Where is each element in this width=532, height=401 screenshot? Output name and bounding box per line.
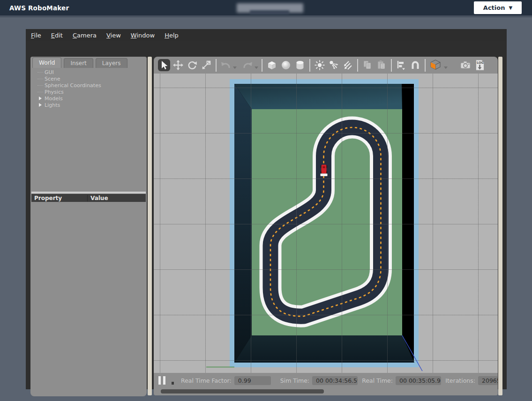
tree-item-label: Scene <box>45 76 60 82</box>
select-tool-button[interactable] <box>158 59 170 71</box>
hscrollbar-thumb[interactable] <box>161 389 324 394</box>
insert-spot-light-button[interactable] <box>328 59 340 71</box>
view-angle-dropdown[interactable] <box>444 67 448 69</box>
tab-layers[interactable]: Layers <box>96 58 127 68</box>
paste-button[interactable] <box>375 59 388 71</box>
insert-directional-light-button[interactable] <box>342 59 354 71</box>
tree-item-physics[interactable]: Physics <box>37 89 147 95</box>
undo-history-dropdown[interactable] <box>233 67 237 69</box>
snap-button[interactable] <box>409 59 421 71</box>
redo-arrow-icon <box>242 60 253 70</box>
step-button[interactable] <box>172 382 174 385</box>
panel-tabs: World Insert Layers <box>32 57 127 68</box>
redacted-text-2 <box>250 10 289 15</box>
redo-history-dropdown[interactable] <box>255 67 258 69</box>
real-time-label: Real Time: <box>362 377 393 384</box>
right-edge-splitter[interactable] <box>498 57 502 395</box>
undo-button[interactable] <box>220 59 232 71</box>
copy-button[interactable] <box>361 59 374 71</box>
app-title: AWS RoboMaker <box>9 4 69 12</box>
rotate-arrows-icon <box>187 60 197 70</box>
action-button-label: Action <box>483 4 505 11</box>
scale-arrows-icon <box>201 60 211 70</box>
tree-item-scene[interactable]: Scene <box>37 75 147 82</box>
tab-world[interactable]: World <box>32 57 61 68</box>
move-arrows-icon <box>173 60 183 70</box>
real-time-factor-label: Real Time Factor: <box>181 377 232 384</box>
action-button[interactable]: Action▼ <box>474 1 522 14</box>
tree-item-models[interactable]: Models <box>37 95 147 102</box>
redo-button[interactable] <box>241 59 254 71</box>
align-icon <box>396 60 406 70</box>
menu-camera[interactable]: Camera <box>72 31 97 40</box>
arena-west-wall <box>234 84 252 363</box>
render-view[interactable] <box>154 74 498 373</box>
menu-file[interactable]: File <box>30 31 42 40</box>
tree-item-lights[interactable]: Lights <box>37 102 147 108</box>
sphere-shape-icon <box>280 59 292 71</box>
value-column-header: Value <box>87 195 108 201</box>
insert-point-light-button[interactable] <box>314 59 326 71</box>
menu-edit[interactable]: Edit <box>50 31 64 40</box>
gazebo-window: File Edit Camera View Window Help World … <box>26 29 507 389</box>
tree-connector <box>37 79 43 79</box>
tree-item-spherical-coordinates[interactable]: Spherical Coordinates <box>37 82 147 89</box>
menu-window[interactable]: Window <box>130 31 156 40</box>
tree-item-gui[interactable]: GUI <box>37 69 147 75</box>
tree-item-label: GUI <box>45 69 54 75</box>
log-record-button[interactable]: LOG <box>474 59 486 71</box>
scale-tool-button[interactable] <box>200 59 212 71</box>
car-body <box>322 165 327 174</box>
menu-view[interactable]: View <box>105 31 122 40</box>
expand-arrow-icon[interactable] <box>39 103 42 107</box>
arena-south-wall <box>234 335 414 363</box>
toolbar-separator <box>391 59 392 72</box>
view-angle-button[interactable] <box>429 59 443 71</box>
real-time-value: 00 00:35:05.974 <box>396 376 441 385</box>
menu-help[interactable]: Help <box>164 31 180 40</box>
iterations-value: 20965 <box>478 376 498 385</box>
translate-tool-button[interactable] <box>172 59 184 71</box>
panel-viewport-splitter[interactable] <box>148 57 152 395</box>
chevron-down-icon: ▼ <box>509 5 512 10</box>
tab-insert[interactable]: Insert <box>64 58 93 68</box>
window-content: World Insert Layers GUI Scene Spherical … <box>26 41 507 389</box>
spot-light-icon <box>328 59 339 71</box>
align-button[interactable] <box>395 59 407 71</box>
point-light-icon <box>314 59 325 71</box>
tree-item-label: Spherical Coordinates <box>45 82 101 89</box>
rotate-tool-button[interactable] <box>186 59 198 71</box>
camera-icon <box>460 59 472 71</box>
insert-cylinder-button[interactable] <box>294 59 306 71</box>
log-download-icon: LOG <box>474 59 486 71</box>
tree-item-label: Lights <box>45 102 60 108</box>
car-bumper <box>321 174 328 177</box>
insert-box-button[interactable] <box>266 59 278 71</box>
box-shape-icon <box>266 59 277 71</box>
track-scene <box>154 74 498 373</box>
tree-connector <box>37 72 43 73</box>
tree-item-label: Physics <box>45 89 64 95</box>
tree-connector <box>37 85 43 86</box>
deepracer-car[interactable] <box>321 165 328 177</box>
aws-top-bar: AWS RoboMaker Action▼ <box>0 0 532 15</box>
pause-button[interactable] <box>158 376 165 385</box>
property-column-header: Property <box>34 195 87 201</box>
tree-connector <box>37 92 43 92</box>
magnet-icon <box>410 59 421 71</box>
panel-splitter-handle[interactable] <box>31 192 146 193</box>
real-time-factor-value: 0.99 <box>234 376 271 385</box>
toolbar-separator <box>425 59 426 72</box>
expand-arrow-icon[interactable] <box>39 97 42 100</box>
view-cube-icon <box>429 59 442 71</box>
property-table-header: Property Value <box>31 194 146 202</box>
toolbar-separator <box>357 59 358 72</box>
menu-bar: File Edit Camera View Window Help <box>26 29 507 41</box>
toolbar-separator <box>216 59 217 72</box>
iterations-label: Iterations: <box>445 377 475 384</box>
screenshot-button[interactable] <box>460 59 472 71</box>
insert-sphere-button[interactable] <box>280 59 292 71</box>
sim-time-label: Sim Time: <box>280 377 309 384</box>
car-canopy <box>323 166 325 168</box>
viewport-hscrollbar[interactable] <box>154 388 498 395</box>
